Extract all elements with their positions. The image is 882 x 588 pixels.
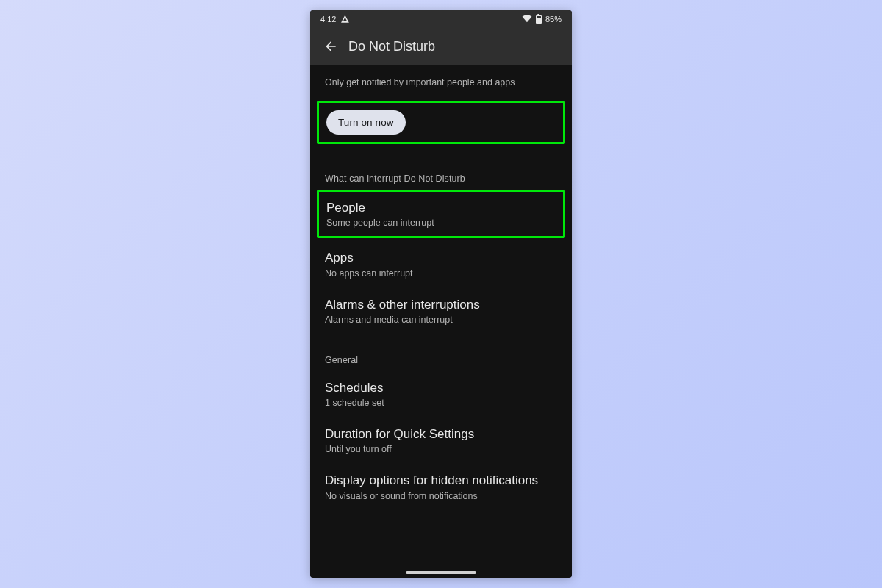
setting-item-display-options[interactable]: Display options for hidden notifications…: [310, 464, 572, 510]
turn-on-now-button[interactable]: Turn on now: [326, 110, 406, 135]
battery-icon: [536, 15, 542, 24]
setting-item-title: Schedules: [325, 380, 557, 395]
phone-frame: 4:12 85% Do Not Disturb Only get notifie…: [310, 10, 572, 578]
app-bar: Do Not Disturb: [310, 28, 572, 65]
section-interrupt-header: What can interrupt Do Not Disturb: [310, 153, 572, 190]
setting-item-duration[interactable]: Duration for Quick Settings Until you tu…: [310, 417, 572, 464]
back-button[interactable]: [315, 30, 347, 62]
setting-item-subtitle: 1 schedule set: [325, 398, 557, 408]
people-row-highlight: People Some people can interrupt: [317, 190, 565, 238]
setting-item-alarms[interactable]: Alarms & other interruptions Alarms and …: [310, 288, 572, 334]
setting-item-title: Display options for hidden notifications: [325, 473, 557, 488]
setting-item-title: Alarms & other interruptions: [325, 297, 557, 312]
setting-item-schedules[interactable]: Schedules 1 schedule set: [310, 371, 572, 417]
setting-item-apps[interactable]: Apps No apps can interrupt: [310, 241, 572, 287]
status-battery-pct: 85%: [545, 15, 562, 24]
setting-item-title: Duration for Quick Settings: [325, 426, 557, 442]
setting-item-title: Apps: [325, 250, 557, 265]
page-description: Only get notified by important people an…: [310, 65, 572, 87]
arrow-left-icon: [323, 39, 338, 54]
settings-content: Only get notified by important people an…: [310, 65, 572, 511]
section-general-header: General: [310, 334, 572, 371]
setting-item-subtitle: No visuals or sound from notifications: [325, 491, 557, 501]
setting-item-subtitle: No apps can interrupt: [325, 268, 557, 279]
turn-on-row-highlight: Turn on now: [317, 101, 565, 144]
setting-item-people[interactable]: People Some people can interrupt: [319, 192, 563, 236]
setting-item-title: People: [326, 200, 556, 215]
setting-item-subtitle: Until you turn off: [325, 444, 557, 454]
setting-item-subtitle: Some people can interrupt: [326, 218, 556, 228]
setting-item-subtitle: Alarms and media can interrupt: [325, 315, 557, 325]
status-bar: 4:12 85%: [310, 10, 572, 28]
status-time: 4:12: [320, 15, 336, 24]
wifi-icon: [522, 13, 532, 25]
notification-unknown-icon: [340, 15, 349, 24]
page-title: Do Not Disturb: [348, 39, 435, 54]
gesture-nav-pill[interactable]: [406, 571, 476, 574]
